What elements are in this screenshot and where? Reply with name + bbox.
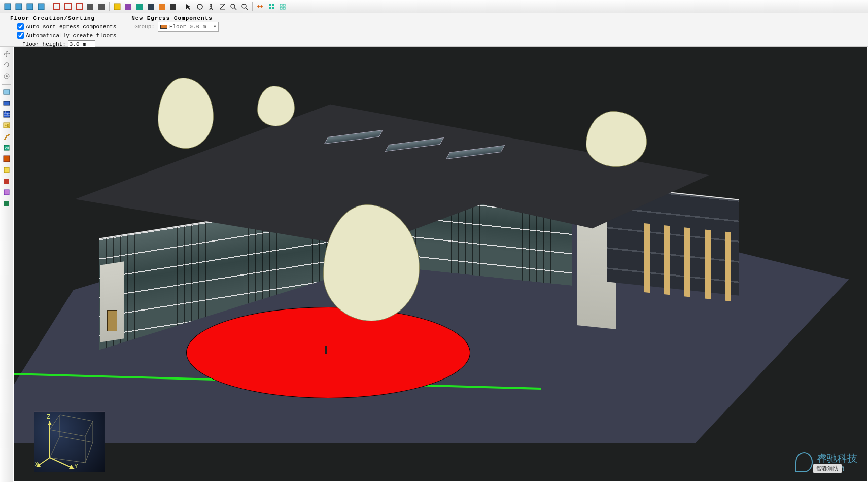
egress-panel-title: New Egress Components: [131, 15, 219, 21]
svg-rect-5: [65, 4, 71, 10]
render-tex-button[interactable]: [157, 2, 167, 12]
svg-rect-14: [170, 4, 176, 10]
nav-back-button[interactable]: [3, 2, 13, 12]
watermark-logo-icon: [795, 452, 813, 472]
watermark-brand: 睿驰科技: [817, 453, 857, 464]
axis-x-label: X: [34, 461, 39, 468]
svg-rect-31: [4, 90, 10, 94]
svg-rect-25: [280, 4, 282, 6]
axis-y-label: Y: [74, 463, 78, 470]
scale-tool-button[interactable]: [2, 71, 12, 81]
svg-rect-2: [27, 4, 33, 10]
main-area: +B 20: [0, 47, 868, 482]
door-left: [107, 310, 117, 331]
svg-point-15: [197, 4, 202, 9]
top-toolbar: [0, 0, 868, 13]
nav-fwd-button[interactable]: [14, 2, 24, 12]
svg-rect-22: [272, 4, 274, 6]
toolbar-separator: [181, 2, 181, 11]
floor-swatch-icon: [160, 25, 167, 29]
rotate-tool-button[interactable]: [2, 60, 12, 70]
svg-rect-10: [125, 4, 131, 10]
svg-point-16: [210, 4, 212, 6]
auto-create-label: Automatically create floors: [26, 32, 116, 39]
svg-line-20: [246, 8, 248, 10]
sel-rect-button[interactable]: [52, 2, 62, 12]
view-3d-button[interactable]: [123, 2, 133, 12]
walk-tool-button[interactable]: [206, 2, 216, 12]
group-select-value: Floor 0.0 m: [169, 24, 206, 30]
layer-mgr-button[interactable]: [112, 2, 122, 12]
svg-rect-42: [4, 201, 9, 206]
svg-rect-4: [54, 4, 60, 10]
profile-tool-button[interactable]: [2, 198, 12, 209]
sel-none-button[interactable]: [96, 2, 107, 12]
orbit-tool-button[interactable]: [195, 2, 205, 12]
toolbar-separator: [109, 2, 110, 11]
svg-rect-9: [114, 4, 120, 10]
nav-up-button[interactable]: [25, 2, 35, 12]
sel-all-button[interactable]: [85, 2, 95, 12]
svg-rect-1: [16, 4, 22, 10]
svg-point-17: [231, 4, 235, 8]
svg-rect-28: [283, 7, 285, 9]
options-bar: Floor Creation/Sorting Auto sort egress …: [0, 13, 868, 47]
svg-rect-3: [38, 4, 44, 10]
grid-toggle-button[interactable]: [277, 2, 288, 12]
watermark-badge: 智淼消防: [813, 464, 842, 473]
svg-rect-6: [76, 4, 82, 10]
slab-tool-button[interactable]: [2, 98, 12, 108]
mesh-tool-button[interactable]: [2, 87, 12, 97]
svg-text:20: 20: [5, 146, 9, 150]
auto-create-checkbox[interactable]: [17, 32, 24, 39]
toolbar-separator: [49, 2, 49, 11]
stair-tool-button[interactable]: [2, 131, 12, 142]
sel-lasso-button[interactable]: [63, 2, 73, 12]
axes-toggle-button[interactable]: [168, 2, 178, 12]
window-grid-right: [640, 223, 736, 302]
render-shade-button[interactable]: [134, 2, 145, 12]
render-wire-button[interactable]: [146, 2, 156, 12]
svg-rect-7: [87, 4, 93, 10]
svg-rect-39: [4, 167, 9, 173]
toolbar-separator: [2, 84, 11, 85]
svg-line-18: [234, 8, 236, 10]
move-tool-button[interactable]: [2, 49, 12, 59]
auto-sort-label: Auto sort egress components: [26, 24, 116, 30]
exit-tool-button[interactable]: [2, 154, 12, 164]
svg-rect-41: [4, 190, 9, 195]
svg-point-30: [6, 75, 8, 77]
occupant-source-disc: [186, 307, 470, 398]
svg-rect-33: [4, 111, 10, 117]
svg-text:+B: +B: [5, 124, 9, 128]
zoom-tool-button[interactable]: [228, 2, 238, 12]
measure-button[interactable]: [255, 2, 265, 12]
zoom-window-button[interactable]: [239, 2, 250, 12]
look-tool-button[interactable]: [217, 2, 227, 12]
group-select[interactable]: Floor 0.0 m ▼: [158, 22, 219, 32]
auto-sort-checkbox[interactable]: [17, 23, 24, 30]
svg-rect-21: [269, 4, 271, 6]
svg-rect-13: [159, 4, 165, 10]
occupant-tool-button[interactable]: [2, 165, 12, 175]
wall-tool-button[interactable]: [2, 109, 12, 119]
svg-rect-40: [4, 179, 9, 184]
door-tool-button[interactable]: 20: [2, 143, 12, 153]
svg-rect-27: [280, 7, 282, 9]
floor-height-label: Floor height:: [22, 41, 66, 47]
group-tool-button[interactable]: [2, 176, 12, 186]
nav-home-button[interactable]: [36, 2, 46, 12]
svg-rect-12: [148, 4, 154, 10]
svg-point-19: [242, 4, 246, 8]
behavior-tool-button[interactable]: [2, 187, 12, 197]
axis-orientation-widget[interactable]: Z Y X: [34, 411, 105, 472]
toolbar-separator: [252, 2, 253, 11]
axis-z-label: Z: [47, 413, 50, 420]
sel-box-button[interactable]: [74, 2, 84, 12]
room-tool-button[interactable]: +B: [2, 120, 12, 130]
pointer-tool-button[interactable]: [184, 2, 194, 12]
grid-snap-button[interactable]: [266, 2, 276, 12]
svg-rect-38: [4, 156, 10, 162]
viewport-3d[interactable]: Z Y X 睿驰科技 Reachsoft 智淼消防: [13, 47, 868, 482]
floor-panel-title: Floor Creation/Sorting: [10, 15, 116, 21]
